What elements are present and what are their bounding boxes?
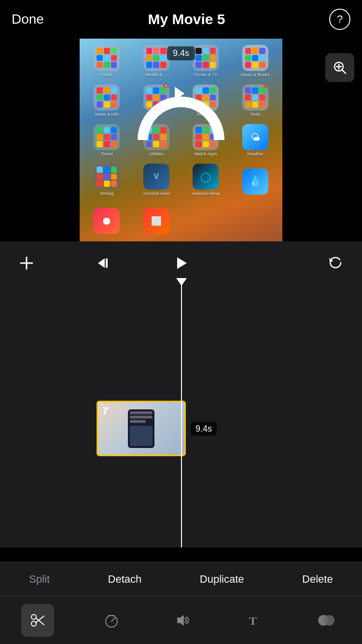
- tv-folder-icon: [193, 45, 219, 71]
- zoom-icon: [332, 60, 348, 75]
- app-label: Health & ...: [145, 72, 167, 77]
- rewind-button[interactable]: [92, 251, 116, 275]
- app-label: News & Info: [95, 112, 119, 117]
- undo-icon: [326, 254, 345, 272]
- scissors-icon: [28, 611, 47, 630]
- help-icon: ?: [337, 13, 343, 26]
- list-item: ⏺: [84, 201, 130, 238]
- drop-app-icon: 💧: [242, 168, 268, 195]
- volume-icon: [174, 611, 192, 630]
- music-folder-icon: [242, 45, 268, 71]
- clip-thumbnail: T: [97, 401, 186, 456]
- detach-button[interactable]: Detach: [108, 573, 142, 586]
- weather-app-icon: 🌤: [242, 124, 268, 150]
- app-label: iTunes & TV: [194, 72, 218, 77]
- redo-overlay: [133, 92, 229, 188]
- undo-button[interactable]: [323, 251, 348, 275]
- list-item: ⬜: [133, 201, 180, 238]
- clip-title-icon: T: [102, 405, 108, 418]
- svg-marker-17: [178, 616, 183, 625]
- list-item: News & Info: [84, 82, 130, 119]
- list-item: [182, 201, 229, 238]
- health-folder-icon: [143, 45, 169, 71]
- split-button[interactable]: Split: [29, 573, 50, 586]
- record-app-icon: ⏺: [94, 208, 120, 234]
- app-label: Tools: [250, 112, 260, 117]
- app-label: Weather: [247, 152, 264, 156]
- svg-marker-6: [98, 258, 105, 268]
- bottom-toolbar: T: [0, 596, 362, 644]
- list-item: 1 Tools: [232, 82, 279, 119]
- app-label: Travel: [101, 152, 113, 156]
- badge: 26: [163, 84, 169, 88]
- list-item: Food: [84, 42, 130, 79]
- svg-line-1: [342, 70, 346, 73]
- volume-tool[interactable]: [168, 606, 197, 635]
- app-label: Amcrest View: [143, 191, 169, 196]
- redo-arrow-icon: [120, 79, 243, 202]
- food-folder-icon: [94, 45, 120, 71]
- help-button[interactable]: ?: [329, 9, 350, 30]
- scissors-tool[interactable]: [21, 604, 54, 637]
- clip-duration-badge: 9.4s: [191, 421, 217, 435]
- header: Done My Movie 5 ?: [0, 0, 362, 39]
- svg-point-11: [31, 621, 36, 626]
- zoom-button[interactable]: [325, 53, 354, 82]
- app-label: Writing: [100, 191, 113, 196]
- list-item: Writing: [84, 161, 130, 198]
- rewind-icon: [95, 254, 112, 272]
- video-preview[interactable]: Food Health & ...: [80, 39, 282, 241]
- video-clip[interactable]: T 9.4s: [97, 401, 186, 456]
- movie-title: My Movie 5: [148, 11, 225, 28]
- news-folder-icon: [94, 84, 120, 111]
- app-label: Music & Books: [241, 72, 270, 77]
- svg-line-15: [111, 618, 115, 621]
- duplicate-button[interactable]: Duplicate: [200, 573, 244, 586]
- screen-app-icon: ⬜: [143, 208, 169, 234]
- app-label: Food: [102, 72, 112, 77]
- add-icon: [18, 254, 35, 272]
- playhead: [181, 285, 182, 547]
- play-icon: [172, 254, 190, 272]
- effects-icon: [316, 611, 337, 630]
- svg-rect-7: [106, 258, 108, 268]
- list-item: 💧: [232, 161, 279, 198]
- svg-text:T: T: [249, 615, 257, 627]
- delete-button[interactable]: Delete: [302, 573, 333, 586]
- writing-folder-icon: [94, 164, 120, 190]
- action-bar: Split Detach Duplicate Delete: [0, 562, 362, 596]
- travel-folder-icon: [94, 124, 120, 150]
- svg-marker-8: [177, 257, 187, 269]
- done-button[interactable]: Done: [12, 12, 44, 27]
- play-button[interactable]: [169, 251, 193, 275]
- timeline-area[interactable]: T 9.4s: [0, 285, 362, 547]
- speed-tool[interactable]: [97, 606, 126, 635]
- preview-timestamp: 9.4s: [167, 46, 195, 60]
- title-tool[interactable]: T: [240, 606, 269, 635]
- effects-tool[interactable]: [312, 606, 341, 635]
- add-button[interactable]: [14, 251, 39, 275]
- preview-content: Food Health & ...: [80, 39, 282, 241]
- tools-folder-icon: 1: [242, 84, 268, 111]
- svg-point-20: [324, 615, 334, 626]
- app-label: Amazon Alexa: [192, 191, 220, 196]
- list-item: Travel: [84, 122, 130, 158]
- list-item: 🌤 Weather: [232, 122, 279, 158]
- clip-inner-preview: [128, 409, 154, 448]
- title-icon: T: [245, 611, 264, 630]
- svg-point-10: [31, 615, 36, 619]
- speed-icon: [102, 611, 121, 630]
- list-item: Music & Books: [232, 42, 279, 79]
